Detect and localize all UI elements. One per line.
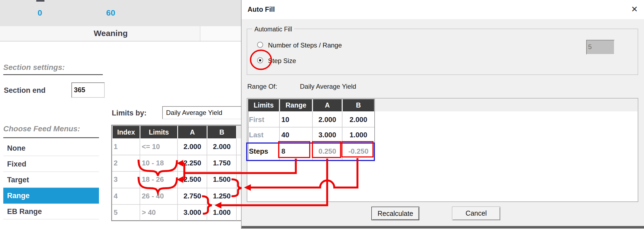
automatic-fill-groupbox xyxy=(247,29,638,75)
limits-table-header-b: B xyxy=(207,126,236,138)
table-cell[interactable]: 2.750 xyxy=(178,188,207,204)
radio-number-of-steps[interactable] xyxy=(257,42,263,48)
table-cell[interactable]: 4 xyxy=(114,188,118,204)
menu-item-none[interactable]: None xyxy=(3,140,99,156)
table-cell[interactable]: 2.000 xyxy=(207,138,236,155)
table-cell[interactable]: 2.250 xyxy=(178,155,207,171)
steps-range-highlight xyxy=(278,141,310,158)
feed-menus-rule xyxy=(3,137,99,138)
steps-b-highlight xyxy=(341,141,374,157)
table-cell[interactable]: 1 xyxy=(114,138,118,155)
fill-cell[interactable]: 40 xyxy=(281,131,289,139)
dialog-bottom-edge xyxy=(242,226,644,228)
table-cell[interactable]: 1.500 xyxy=(207,171,236,188)
fill-cell[interactable]: 1.000 xyxy=(343,131,374,139)
fill-cell[interactable]: 10 xyxy=(281,115,289,124)
table-cell[interactable]: 1.750 xyxy=(207,155,236,171)
steps-a-highlight xyxy=(312,141,341,158)
timeline-marker xyxy=(36,0,44,2)
range-of-value: Daily Average Yield xyxy=(300,83,356,90)
dialog-title: Auto Fill xyxy=(248,5,275,13)
fill-row-last-label: Last xyxy=(249,131,278,139)
recalculate-button[interactable]: Recalculate xyxy=(371,207,419,220)
table-cell[interactable]: 2 xyxy=(114,155,118,171)
limits-table-header-limits: Limits xyxy=(140,126,177,138)
limits-table-header-index: Index xyxy=(113,126,140,138)
steps-count-field: 5 xyxy=(586,40,615,55)
limits-table-gridline xyxy=(177,138,178,221)
table-cell[interactable]: 5 xyxy=(114,204,118,221)
menu-item-fixed[interactable]: Fixed xyxy=(3,156,99,172)
timeline-tick-0: 0 xyxy=(32,8,47,17)
fill-cell[interactable]: 2.000 xyxy=(313,115,342,124)
limits-by-label: Limits by: xyxy=(112,109,147,117)
cancel-button[interactable]: Cancel xyxy=(452,207,500,220)
fill-cell[interactable]: 3.000 xyxy=(313,131,342,139)
tab-divider xyxy=(200,26,200,41)
section-settings-heading: Section settings: xyxy=(3,63,65,72)
limits-table-gridline xyxy=(140,138,140,221)
section-settings-rule xyxy=(3,74,103,75)
table-cell[interactable]: 1.000 xyxy=(207,204,236,221)
section-end-input[interactable]: 365 xyxy=(71,82,105,98)
limits-by-dropdown[interactable]: Daily Average Yield xyxy=(162,106,244,119)
table-cell[interactable]: 2.000 xyxy=(178,138,207,155)
close-icon[interactable]: ✕ xyxy=(628,3,640,15)
feed-menus-heading: Choose Feed Menus: xyxy=(3,124,80,133)
range-of-label: Range Of: xyxy=(247,83,277,90)
table-cell[interactable]: 2.500 xyxy=(178,171,207,188)
menu-item-range[interactable]: Range xyxy=(3,188,99,204)
menu-item-target[interactable]: Target xyxy=(3,172,99,188)
table-cell[interactable]: 10 - 18 xyxy=(142,155,164,171)
table-cell[interactable]: 18 - 26 xyxy=(142,171,164,188)
table-cell[interactable]: 3 xyxy=(114,171,118,188)
fill-row-first-label: First xyxy=(249,115,278,124)
table-cell[interactable]: 26 - 40 xyxy=(142,188,164,204)
table-cell[interactable]: <= 10 xyxy=(142,138,160,155)
radio-step-size[interactable] xyxy=(257,57,263,63)
table-cell[interactable]: 3.000 xyxy=(178,204,207,221)
table-cell[interactable]: > 40 xyxy=(142,204,156,221)
radio-number-of-steps-label[interactable]: Number of Steps / Range xyxy=(268,41,342,49)
section-end-label: Section end xyxy=(4,86,46,95)
limits-table-gridline xyxy=(207,138,207,221)
fill-cell[interactable]: 2.000 xyxy=(343,115,374,124)
menu-item-eb-range[interactable]: EB Range xyxy=(3,204,99,219)
radio-step-size-label[interactable]: Step Size xyxy=(268,57,296,65)
dialog-titlebar xyxy=(242,0,644,19)
limits-by-value: Daily Average Yield xyxy=(163,107,243,119)
limits-table-header-a: A xyxy=(178,126,207,138)
table-cell[interactable]: 1.250 xyxy=(207,188,236,204)
tab-weaning[interactable]: Weaning xyxy=(75,29,146,38)
limits-table-gridline xyxy=(236,138,237,221)
automatic-fill-group-label: Automatic Fill xyxy=(252,26,294,33)
tab-next-partial[interactable] xyxy=(200,26,242,41)
timeline-tick-60: 60 xyxy=(102,8,119,17)
